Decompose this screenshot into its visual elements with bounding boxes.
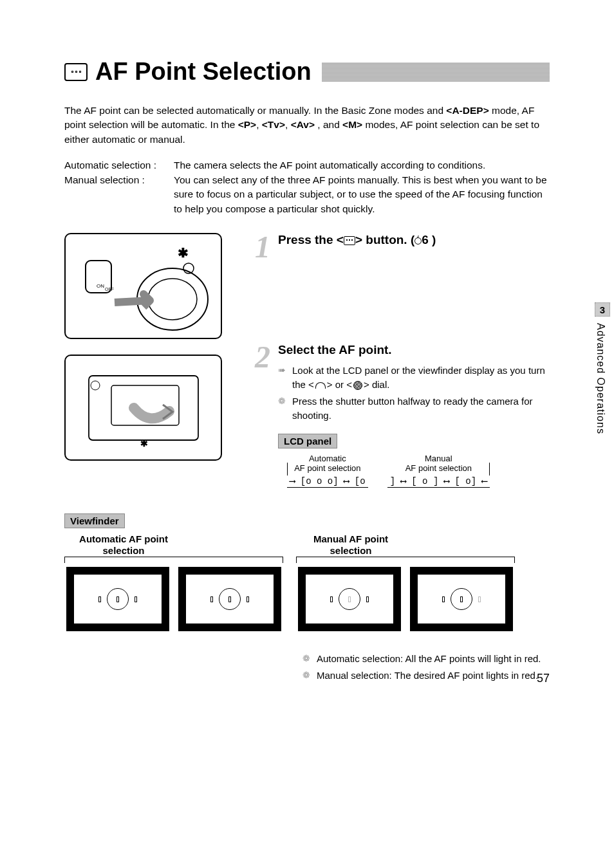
chapter-title: Advanced Operations xyxy=(595,323,606,434)
lcd-panel-label: LCD panel xyxy=(278,434,337,448)
step-2-number: 2 xyxy=(255,343,270,488)
svg-text:OFF: OFF xyxy=(105,287,114,291)
af-button-icon xyxy=(344,236,355,245)
lcd-manual-head-2: AF point selection xyxy=(405,463,472,473)
vf-auto-frame-2 xyxy=(178,567,281,631)
vf-manual-frame-2 xyxy=(410,567,513,631)
chapter-side-tab: 3 Advanced Operations xyxy=(595,302,614,434)
manual-selection-desc: You can select any of the three AF point… xyxy=(174,173,550,216)
svg-point-1 xyxy=(148,279,197,320)
quick-dial-icon xyxy=(353,381,362,390)
auto-selection-label: Automatic selection : xyxy=(64,158,174,172)
gear-bullet-icon: ❁ xyxy=(302,669,313,683)
camera-illustration-1: ✱ ON OFF xyxy=(64,233,222,339)
lcd-auto-sequence: ⟶ [o o o] ⟷ [o xyxy=(287,476,368,488)
auto-selection-desc: The camera selects the AF point automati… xyxy=(174,158,550,172)
svg-text:ON: ON xyxy=(97,283,104,289)
af-point-icon xyxy=(64,63,88,81)
svg-point-9 xyxy=(91,381,100,390)
separator xyxy=(64,221,550,223)
step-2-bullet-1: Look at the LCD panel or the viewfinder … xyxy=(292,364,550,392)
page-title: AF Point Selection xyxy=(95,58,312,86)
lcd-auto-head-1: Automatic xyxy=(309,454,346,463)
lcd-manual-head-1: Manual xyxy=(425,454,452,463)
chapter-number: 3 xyxy=(595,302,610,317)
svg-text:✱: ✱ xyxy=(140,438,148,448)
vf-auto-frame-1 xyxy=(66,567,169,631)
svg-text:✱: ✱ xyxy=(178,246,189,260)
title-decor-bar xyxy=(322,62,550,82)
note-manual: Manual selection: The desired AF point l… xyxy=(317,669,538,683)
selection-modes-block: Automatic selection : Manual selection :… xyxy=(64,158,550,216)
note-automatic: Automatic selection: All the AF points w… xyxy=(317,652,541,666)
gear-bullet-icon: ❁ xyxy=(278,394,288,423)
step-1-heading: Press the <> button. (6 ) xyxy=(278,233,436,247)
step-2: 2 Select the AF point. ➠ Look at the LCD… xyxy=(255,343,550,488)
mode-adep: A-DEP xyxy=(446,105,488,116)
intro-and: , and xyxy=(317,119,342,130)
viewfinder-label: Viewfinder xyxy=(64,513,125,528)
mode-av: Av xyxy=(291,119,315,130)
vf-auto-heading: Automatic AF point selection xyxy=(64,533,283,563)
lcd-manual-sequence: ] ⟷ [ o ] ⟷ [ o] ⟵ xyxy=(387,476,490,488)
footer-notes: ❁ Automatic selection: All the AF points… xyxy=(302,652,550,683)
mode-tv: Tv xyxy=(262,119,285,130)
page-title-row: AF Point Selection xyxy=(64,58,550,86)
mode-p: P xyxy=(238,119,256,130)
lcd-diagram: Automatic AF point selection ⟶ [o o o] ⟷… xyxy=(287,454,550,488)
gear-bullet-icon: ❁ xyxy=(302,652,313,666)
intro-paragraph: The AF point can be selected automatical… xyxy=(64,104,550,147)
vf-manual-heading: Manual AF point selection xyxy=(296,533,515,563)
step-1: 1 Press the <> button. (6 ) xyxy=(255,233,550,261)
step-2-bullet-2: Press the shutter button halfway to read… xyxy=(292,394,550,423)
step-2-heading: Select the AF point. xyxy=(278,343,550,357)
main-dial-icon xyxy=(315,382,326,389)
manual-selection-label: Manual selection : xyxy=(64,173,174,187)
mode-m: M xyxy=(342,119,362,130)
step-1-number: 1 xyxy=(255,233,270,261)
intro-text-a: The AF point can be selected automatical… xyxy=(64,105,446,116)
vf-manual-frame-1 xyxy=(298,567,401,631)
viewfinder-diagram: Automatic AF point selection xyxy=(64,533,550,631)
timer-icon xyxy=(414,237,422,245)
camera-illustration-2: ✱ xyxy=(64,355,222,461)
lcd-auto-head-2: AF point selection xyxy=(294,463,360,473)
page-number: 57 xyxy=(537,672,550,685)
arrow-bullet-icon: ➠ xyxy=(278,364,288,392)
